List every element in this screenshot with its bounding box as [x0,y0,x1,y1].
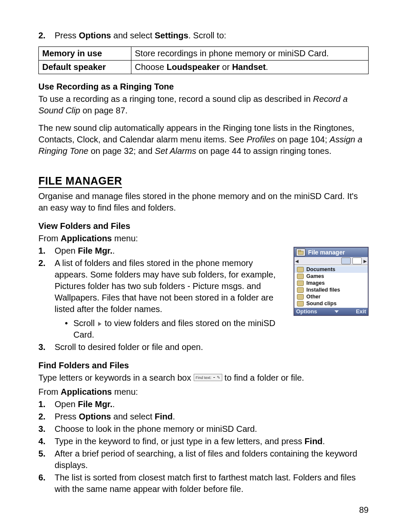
paragraph: Organise and manage files stored in the … [38,191,369,214]
phone-title-text: File manager [308,249,345,256]
settings-table: Memory in use Store recordings in phone … [38,46,369,74]
paragraph: To use a recording as a ringing tone, re… [38,93,369,116]
main-heading: FILE MANAGER [38,175,122,188]
list-number: 3. [38,423,55,435]
list-number: 6. [38,472,55,495]
right-arrow-icon: ▶ [363,259,368,263]
paragraph: Type letters or keywords in a search box… [38,372,369,384]
section-heading: View Folders and Files [38,221,369,231]
list-text: Press Options and select Find. [55,411,369,422]
folder-icon [297,301,304,306]
down-arrow-icon [334,310,339,313]
list-number: 3. [38,341,55,353]
svg-rect-1 [298,250,301,252]
phone-folder-list: Documents Games Images Installed files O… [294,265,368,308]
text-column: 1. Open File Mgr.. 2. A list of folders … [38,245,286,341]
list-number: 2. [38,30,55,41]
sd-card-tab-icon [352,257,362,264]
table-key: Default speaker [39,61,131,74]
list-text: Open File Mgr.. [55,399,369,410]
view-folders-list: 1. Open File Mgr.. 2. A list of folders … [38,245,286,341]
phone-item-label: Games [306,273,324,279]
list-text: Type in the keyword to find, or just typ… [55,436,369,447]
pencil-icon: ✎ [217,375,220,381]
folder-icon [297,267,304,272]
list-text: Press Options and select Settings. Scrol… [55,30,369,41]
phone-list-item: Sound clips [294,300,368,307]
list-text: After a brief period of searching, a lis… [55,448,369,471]
section-heading: Use Recording as a Ringing Tone [38,82,369,92]
phone-list-item: Installed files [294,286,368,293]
list-number: 1. [38,245,55,257]
table-value: Store recordings in phone memory or mini… [131,47,369,61]
folder-icon [297,274,304,279]
paragraph: From Applications menu: [38,386,369,398]
file-manager-icon [296,249,305,256]
list-number: 4. [38,436,55,447]
paragraph: The new sound clip automatically appears… [38,122,369,157]
phone-tabs: ◀ ▶ [294,257,368,265]
phone-item-label: Images [306,280,325,286]
phone-item-label: Installed files [306,287,340,293]
table-value: Choose Loudspeaker or Handset. [131,61,369,74]
phone-titlebar: File manager [294,248,368,257]
list-text: Choose to look in the phone memory or mi… [55,423,369,435]
folder-icon [297,287,304,293]
list-number: 2. [38,257,55,341]
view-folders-list-cont: 3. Scroll to desired folder or file and … [38,341,369,353]
paragraph: From Applications menu: [38,233,369,244]
list-number: 5. [38,448,55,471]
phone-item-label: Other [306,294,320,300]
left-arrow-icon: ◀ [294,259,299,263]
sub-list-text: Scroll to view folders and files stored … [73,318,286,341]
page-number: 89 [359,505,369,515]
search-box-label: Find text: [196,375,212,380]
phone-list-item: Other [294,293,368,300]
page: 2. Press Options and select Settings. Sc… [0,0,407,532]
phone-list-item: Games [294,273,368,280]
phone-memory-tab-icon [341,257,351,264]
folder-icon [297,294,304,300]
phone-item-label: Sound clips [306,301,337,306]
search-box-icon: Find text: ✎ [194,374,222,382]
list-text: Scroll to desired folder or file and ope… [55,341,369,353]
list-text: The list is sorted from closest match fi… [55,472,369,495]
section-heading: Find Folders and Files [38,361,369,370]
list-text: A list of folders and files stored in th… [55,257,286,341]
content-row: 1. Open File Mgr.. 2. A list of folders … [38,245,369,341]
phone-softkeys: Options Exit [294,308,368,315]
options-settings-list: 2. Press Options and select Settings. Sc… [38,30,369,41]
right-arrow-icon [98,322,102,326]
list-number: 1. [38,399,55,410]
phone-list-item: Documents [294,266,368,273]
list-number: 2. [38,411,55,422]
phone-item-label: Documents [306,266,335,272]
table-key: Memory in use [39,47,131,61]
sub-list: Scroll to view folders and files stored … [65,318,286,341]
softkey-left: Options [296,308,317,315]
phone-screenshot: File manager ◀ ▶ Documents Games Images … [294,247,369,316]
find-folders-list: 1. Open File Mgr.. 2. Press Options and … [38,399,369,495]
folder-icon [297,280,304,286]
phone-list-item: Images [294,280,368,286]
cursor-icon [213,377,215,378]
list-text: Open File Mgr.. [55,245,286,257]
softkey-right: Exit [356,308,366,315]
